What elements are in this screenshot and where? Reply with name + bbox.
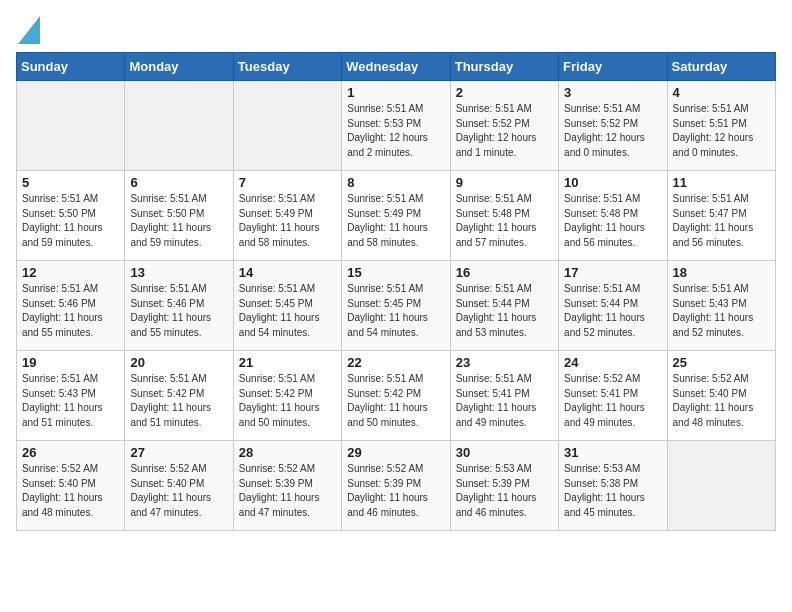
day-number: 7 (239, 175, 336, 190)
day-number: 5 (22, 175, 119, 190)
cell-info: Sunrise: 5:52 AMSunset: 5:39 PMDaylight:… (347, 463, 428, 518)
header-friday: Friday (559, 53, 667, 81)
day-number: 19 (22, 355, 119, 370)
header-wednesday: Wednesday (342, 53, 450, 81)
calendar-cell: 12Sunrise: 5:51 AMSunset: 5:46 PMDayligh… (17, 261, 125, 351)
calendar-cell: 11Sunrise: 5:51 AMSunset: 5:47 PMDayligh… (667, 171, 775, 261)
calendar-cell: 19Sunrise: 5:51 AMSunset: 5:43 PMDayligh… (17, 351, 125, 441)
day-number: 25 (673, 355, 770, 370)
cell-info: Sunrise: 5:51 AMSunset: 5:51 PMDaylight:… (673, 103, 754, 158)
cell-info: Sunrise: 5:51 AMSunset: 5:47 PMDaylight:… (673, 193, 754, 248)
calendar-cell: 18Sunrise: 5:51 AMSunset: 5:43 PMDayligh… (667, 261, 775, 351)
calendar-week-0: 1Sunrise: 5:51 AMSunset: 5:53 PMDaylight… (17, 81, 776, 171)
day-number: 15 (347, 265, 444, 280)
day-number: 28 (239, 445, 336, 460)
logo-icon (18, 16, 40, 44)
day-number: 4 (673, 85, 770, 100)
cell-info: Sunrise: 5:51 AMSunset: 5:49 PMDaylight:… (347, 193, 428, 248)
cell-info: Sunrise: 5:52 AMSunset: 5:41 PMDaylight:… (564, 373, 645, 428)
cell-info: Sunrise: 5:51 AMSunset: 5:53 PMDaylight:… (347, 103, 428, 158)
cell-info: Sunrise: 5:51 AMSunset: 5:42 PMDaylight:… (347, 373, 428, 428)
calendar-cell (17, 81, 125, 171)
calendar-cell: 16Sunrise: 5:51 AMSunset: 5:44 PMDayligh… (450, 261, 558, 351)
calendar-cell: 26Sunrise: 5:52 AMSunset: 5:40 PMDayligh… (17, 441, 125, 531)
calendar-cell (233, 81, 341, 171)
calendar-cell: 20Sunrise: 5:51 AMSunset: 5:42 PMDayligh… (125, 351, 233, 441)
cell-info: Sunrise: 5:51 AMSunset: 5:52 PMDaylight:… (564, 103, 645, 158)
day-number: 20 (130, 355, 227, 370)
calendar-cell: 30Sunrise: 5:53 AMSunset: 5:39 PMDayligh… (450, 441, 558, 531)
day-number: 8 (347, 175, 444, 190)
day-number: 6 (130, 175, 227, 190)
calendar-cell: 10Sunrise: 5:51 AMSunset: 5:48 PMDayligh… (559, 171, 667, 261)
cell-info: Sunrise: 5:53 AMSunset: 5:38 PMDaylight:… (564, 463, 645, 518)
cell-info: Sunrise: 5:51 AMSunset: 5:42 PMDaylight:… (130, 373, 211, 428)
calendar-cell: 23Sunrise: 5:51 AMSunset: 5:41 PMDayligh… (450, 351, 558, 441)
calendar-cell: 17Sunrise: 5:51 AMSunset: 5:44 PMDayligh… (559, 261, 667, 351)
day-number: 31 (564, 445, 661, 460)
cell-info: Sunrise: 5:51 AMSunset: 5:45 PMDaylight:… (239, 283, 320, 338)
day-number: 17 (564, 265, 661, 280)
day-number: 24 (564, 355, 661, 370)
calendar-week-1: 5Sunrise: 5:51 AMSunset: 5:50 PMDaylight… (17, 171, 776, 261)
header-thursday: Thursday (450, 53, 558, 81)
header-tuesday: Tuesday (233, 53, 341, 81)
calendar-cell: 14Sunrise: 5:51 AMSunset: 5:45 PMDayligh… (233, 261, 341, 351)
calendar-cell: 28Sunrise: 5:52 AMSunset: 5:39 PMDayligh… (233, 441, 341, 531)
calendar-cell: 8Sunrise: 5:51 AMSunset: 5:49 PMDaylight… (342, 171, 450, 261)
header-saturday: Saturday (667, 53, 775, 81)
cell-info: Sunrise: 5:52 AMSunset: 5:40 PMDaylight:… (22, 463, 103, 518)
cell-info: Sunrise: 5:51 AMSunset: 5:43 PMDaylight:… (22, 373, 103, 428)
cell-info: Sunrise: 5:51 AMSunset: 5:49 PMDaylight:… (239, 193, 320, 248)
day-number: 10 (564, 175, 661, 190)
calendar-cell: 31Sunrise: 5:53 AMSunset: 5:38 PMDayligh… (559, 441, 667, 531)
day-number: 30 (456, 445, 553, 460)
cell-info: Sunrise: 5:51 AMSunset: 5:52 PMDaylight:… (456, 103, 537, 158)
day-number: 26 (22, 445, 119, 460)
logo (16, 16, 40, 44)
cell-info: Sunrise: 5:52 AMSunset: 5:40 PMDaylight:… (673, 373, 754, 428)
cell-info: Sunrise: 5:51 AMSunset: 5:48 PMDaylight:… (456, 193, 537, 248)
calendar-cell: 24Sunrise: 5:52 AMSunset: 5:41 PMDayligh… (559, 351, 667, 441)
calendar-cell: 21Sunrise: 5:51 AMSunset: 5:42 PMDayligh… (233, 351, 341, 441)
cell-info: Sunrise: 5:51 AMSunset: 5:50 PMDaylight:… (130, 193, 211, 248)
calendar-cell: 5Sunrise: 5:51 AMSunset: 5:50 PMDaylight… (17, 171, 125, 261)
day-number: 9 (456, 175, 553, 190)
day-number: 23 (456, 355, 553, 370)
calendar-cell: 1Sunrise: 5:51 AMSunset: 5:53 PMDaylight… (342, 81, 450, 171)
calendar-week-2: 12Sunrise: 5:51 AMSunset: 5:46 PMDayligh… (17, 261, 776, 351)
calendar-cell: 13Sunrise: 5:51 AMSunset: 5:46 PMDayligh… (125, 261, 233, 351)
calendar-cell (667, 441, 775, 531)
day-number: 29 (347, 445, 444, 460)
calendar-cell: 15Sunrise: 5:51 AMSunset: 5:45 PMDayligh… (342, 261, 450, 351)
calendar-cell: 3Sunrise: 5:51 AMSunset: 5:52 PMDaylight… (559, 81, 667, 171)
header-sunday: Sunday (17, 53, 125, 81)
calendar-cell: 7Sunrise: 5:51 AMSunset: 5:49 PMDaylight… (233, 171, 341, 261)
calendar-week-3: 19Sunrise: 5:51 AMSunset: 5:43 PMDayligh… (17, 351, 776, 441)
calendar-cell (125, 81, 233, 171)
day-number: 11 (673, 175, 770, 190)
day-number: 2 (456, 85, 553, 100)
cell-info: Sunrise: 5:53 AMSunset: 5:39 PMDaylight:… (456, 463, 537, 518)
day-number: 1 (347, 85, 444, 100)
day-number: 14 (239, 265, 336, 280)
cell-info: Sunrise: 5:51 AMSunset: 5:48 PMDaylight:… (564, 193, 645, 248)
cell-info: Sunrise: 5:51 AMSunset: 5:50 PMDaylight:… (22, 193, 103, 248)
cell-info: Sunrise: 5:51 AMSunset: 5:44 PMDaylight:… (456, 283, 537, 338)
day-number: 16 (456, 265, 553, 280)
calendar-header-row: SundayMondayTuesdayWednesdayThursdayFrid… (17, 53, 776, 81)
calendar-body: 1Sunrise: 5:51 AMSunset: 5:53 PMDaylight… (17, 81, 776, 531)
calendar-table: SundayMondayTuesdayWednesdayThursdayFrid… (16, 52, 776, 531)
day-number: 12 (22, 265, 119, 280)
day-number: 27 (130, 445, 227, 460)
calendar-cell: 2Sunrise: 5:51 AMSunset: 5:52 PMDaylight… (450, 81, 558, 171)
calendar-cell: 25Sunrise: 5:52 AMSunset: 5:40 PMDayligh… (667, 351, 775, 441)
svg-marker-0 (18, 16, 40, 44)
day-number: 3 (564, 85, 661, 100)
cell-info: Sunrise: 5:51 AMSunset: 5:44 PMDaylight:… (564, 283, 645, 338)
cell-info: Sunrise: 5:52 AMSunset: 5:40 PMDaylight:… (130, 463, 211, 518)
day-number: 18 (673, 265, 770, 280)
calendar-cell: 22Sunrise: 5:51 AMSunset: 5:42 PMDayligh… (342, 351, 450, 441)
day-number: 22 (347, 355, 444, 370)
calendar-cell: 4Sunrise: 5:51 AMSunset: 5:51 PMDaylight… (667, 81, 775, 171)
